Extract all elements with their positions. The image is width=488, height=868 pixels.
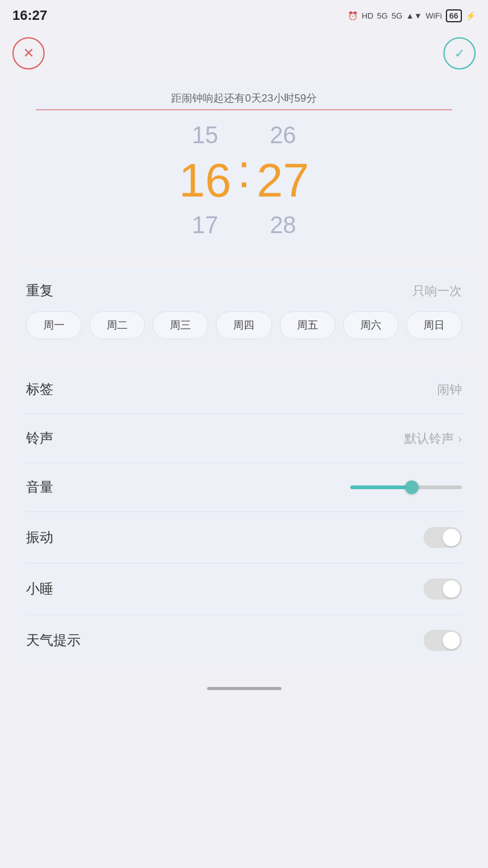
setting-row-2: 音量 (26, 463, 462, 512)
status-bar: 16:27 ⏰ HD 5G 5G ▲▼ WiFi 66 ⚡ (0, 0, 488, 31)
slider-fill (350, 485, 412, 489)
time-picker[interactable]: 15 16 17 : 26 27 28 (30, 122, 458, 240)
setting-label-5: 天气提示 (26, 631, 81, 650)
setting-label-4: 小睡 (26, 580, 53, 598)
battery-indicator: 66 (446, 9, 462, 22)
day-button-4[interactable]: 周五 (280, 311, 335, 339)
day-button-2[interactable]: 周三 (153, 311, 208, 339)
setting-label-2: 音量 (26, 478, 53, 497)
repeat-value: 只响一次 (412, 283, 462, 299)
slider-track (350, 485, 462, 489)
ringtone-value: 默认铃声 (404, 430, 454, 447)
slider-thumb[interactable] (405, 480, 419, 494)
home-indicator (207, 687, 282, 690)
charging-icon: ⚡ (466, 11, 476, 20)
volume-slider[interactable] (350, 485, 462, 489)
toggle-小睡[interactable] (424, 578, 462, 600)
toggle-knob (443, 632, 460, 649)
settings-card: 标签闹钟铃声默认铃声›音量振动小睡天气提示 (11, 365, 477, 666)
day-button-6[interactable]: 周日 (406, 311, 462, 339)
minute-column[interactable]: 26 27 28 (257, 122, 309, 240)
setting-row-5: 天气提示 (26, 615, 462, 666)
status-time: 16:27 (12, 7, 47, 24)
top-nav: ✕ ✓ (0, 31, 488, 79)
confirm-button[interactable]: ✓ (443, 37, 476, 69)
setting-label-3: 振动 (26, 528, 53, 547)
repeat-label: 重复 (26, 281, 53, 300)
hd-icon: HD (362, 11, 373, 20)
5g-icon2: 5G (391, 11, 402, 20)
cancel-button[interactable]: ✕ (12, 37, 45, 69)
setting-row-0: 标签闹钟 (26, 365, 462, 414)
setting-label-1: 铃声 (26, 429, 53, 448)
5g-icon1: 5G (377, 11, 388, 20)
signal-icon: ▲▼ (406, 11, 422, 20)
hour-prev: 15 (192, 122, 218, 150)
minute-next: 28 (270, 211, 296, 240)
divider (36, 109, 452, 110)
wifi-icon: WiFi (426, 11, 442, 20)
toggle-振动[interactable] (424, 527, 462, 548)
repeat-card: 重复 只响一次 周一周二周三周四周五周六周日 (11, 268, 477, 354)
toggle-knob (443, 529, 460, 546)
close-icon: ✕ (23, 45, 34, 61)
check-icon: ✓ (455, 46, 465, 61)
chevron-right-icon: › (458, 432, 462, 446)
time-picker-card: 距闹钟响起还有0天23小时59分 15 16 17 : 26 27 28 (11, 79, 477, 257)
hour-column[interactable]: 15 16 17 (179, 122, 231, 240)
countdown-text: 距闹钟响起还有0天23小时59分 (30, 91, 458, 105)
status-icons: ⏰ HD 5G 5G ▲▼ WiFi 66 ⚡ (348, 9, 476, 22)
day-button-5[interactable]: 周六 (343, 311, 399, 339)
toggle-knob (443, 580, 460, 598)
time-colon: : (231, 144, 257, 198)
minute-current: 27 (257, 154, 309, 206)
day-button-1[interactable]: 周二 (89, 311, 145, 339)
hour-current: 16 (179, 154, 231, 206)
alarm-icon: ⏰ (348, 11, 358, 20)
setting-row-3: 振动 (26, 512, 462, 564)
minute-prev: 26 (270, 122, 296, 150)
repeat-header: 重复 只响一次 (26, 281, 462, 300)
setting-value-arrow-1[interactable]: 默认铃声› (404, 430, 462, 447)
setting-row-4: 小睡 (26, 564, 462, 615)
setting-row-1: 铃声默认铃声› (26, 414, 462, 463)
day-button-3[interactable]: 周四 (216, 311, 272, 339)
bottom-bar (0, 677, 488, 696)
toggle-天气提示[interactable] (424, 630, 462, 651)
days-row: 周一周二周三周四周五周六周日 (26, 311, 462, 339)
hour-next: 17 (192, 211, 218, 240)
setting-label-0: 标签 (26, 380, 53, 399)
setting-value-0: 闹钟 (437, 381, 462, 398)
day-button-0[interactable]: 周一 (26, 311, 82, 339)
